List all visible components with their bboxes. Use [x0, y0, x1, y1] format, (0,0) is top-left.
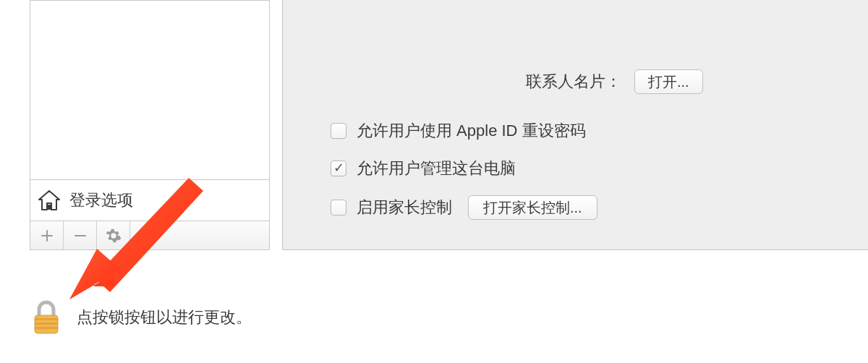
allow-reset-password-checkbox[interactable] — [331, 123, 346, 139]
lock-icon[interactable] — [32, 299, 61, 336]
lock-instruction-text: 点按锁按钮以进行更改。 — [77, 307, 252, 328]
content-panel: 联系人名片： 打开... 允许用户使用 Apple ID 重设密码 允许用户管理… — [282, 0, 868, 250]
contact-card-label: 联系人名片： — [283, 71, 623, 93]
parental-label: 启用家长控制 — [357, 197, 452, 218]
parental-control-row: 启用家长控制 打开家长控制... — [283, 195, 868, 220]
house-icon — [36, 187, 62, 213]
svg-rect-2 — [35, 318, 58, 320]
allow-reset-password-row[interactable]: 允许用户使用 Apple ID 重设密码 — [283, 120, 868, 142]
allow-manage-row[interactable]: 允许用户管理这台电脑 — [283, 158, 868, 179]
login-options-row[interactable]: 登录选项 — [30, 180, 269, 221]
open-parental-button[interactable]: 打开家长控制... — [468, 195, 597, 220]
svg-rect-3 — [35, 323, 58, 325]
contact-card-row: 联系人名片： 打开... — [283, 69, 868, 94]
svg-rect-0 — [48, 205, 51, 210]
allow-manage-checkbox[interactable] — [331, 161, 346, 176]
sidebar-panel: 登录选项 — [30, 0, 270, 250]
open-contact-button[interactable]: 打开... — [634, 69, 703, 94]
allow-manage-label: 允许用户管理这台电脑 — [357, 158, 516, 179]
sidebar-toolbar — [30, 221, 269, 249]
lock-area: 点按锁按钮以进行更改。 — [32, 299, 252, 336]
user-list[interactable] — [30, 1, 269, 180]
add-user-button[interactable] — [30, 221, 64, 249]
svg-marker-7 — [69, 249, 120, 299]
settings-gear-button[interactable] — [97, 221, 130, 249]
login-options-label: 登录选项 — [69, 189, 133, 211]
svg-marker-6 — [69, 266, 114, 299]
parental-checkbox[interactable] — [331, 200, 346, 215]
remove-user-button[interactable] — [64, 221, 97, 249]
allow-reset-password-label: 允许用户使用 Apple ID 重设密码 — [357, 120, 586, 142]
svg-rect-4 — [35, 327, 58, 329]
